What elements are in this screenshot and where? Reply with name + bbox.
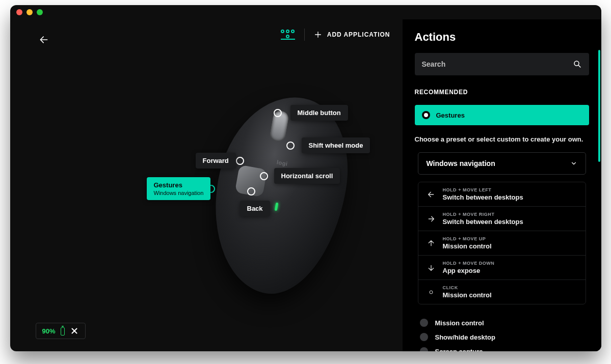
scrollbar[interactable] <box>598 50 600 162</box>
top-toolbar: ADD APPLICATION <box>281 29 390 41</box>
gesture-direction: HOLD + MOVE UP <box>443 236 492 241</box>
annotation-horizontal-scroll[interactable]: Horizontal scroll <box>274 168 340 184</box>
app-window: ADD APPLICATION logi <box>10 5 601 351</box>
chevron-down-icon <box>570 160 577 167</box>
gesture-direction: HOLD + MOVE DOWN <box>443 261 495 266</box>
annotation-label: Shift wheel mode <box>309 142 363 149</box>
connection-icon <box>70 326 79 335</box>
gesture-direction: HOLD + MOVE RIGHT <box>443 212 523 217</box>
battery-level: 90% <box>42 327 56 335</box>
gesture-action: Switch between desktops <box>443 218 523 226</box>
svg-point-1 <box>430 291 433 294</box>
marker-horizontal-scroll[interactable] <box>260 172 268 180</box>
action-search[interactable] <box>415 53 589 75</box>
gesture-action: Mission control <box>443 242 492 250</box>
action-option[interactable]: Mission control <box>415 316 589 330</box>
search-input[interactable] <box>422 60 568 68</box>
applications-grid-icon[interactable] <box>281 30 295 40</box>
actions-panel: Actions RECOMMENDED Gestures Choose a pr… <box>403 19 601 351</box>
plus-icon <box>314 31 322 39</box>
content-area: ADD APPLICATION logi <box>10 19 601 351</box>
back-button[interactable] <box>36 32 52 48</box>
annotation-shift-wheel[interactable]: Shift wheel mode <box>302 137 370 153</box>
gestures-header[interactable]: Gestures <box>415 105 589 125</box>
radio-off-icon <box>420 319 428 327</box>
toolbar-divider <box>304 29 305 41</box>
battery-icon <box>60 326 66 335</box>
annotation-label: Middle button <box>298 109 341 117</box>
annotation-label: Back <box>247 205 263 212</box>
marker-middle-button[interactable] <box>274 109 282 117</box>
gestures-header-label: Gestures <box>436 111 465 119</box>
radio-on-icon <box>422 111 430 119</box>
click-icon <box>427 288 436 297</box>
gesture-action: Switch between desktops <box>443 193 523 201</box>
gesture-list: HOLD + MOVE LEFT Switch between desktops… <box>418 182 586 304</box>
other-actions-list: Mission control Show/hide desktop Screen… <box>415 316 589 351</box>
mouse-image: logi <box>217 96 344 294</box>
gesture-action: App expose <box>443 267 495 274</box>
gesture-row[interactable]: HOLD + MOVE UP Mission control <box>418 231 586 256</box>
add-application-label: ADD APPLICATION <box>327 31 390 38</box>
add-application-button[interactable]: ADD APPLICATION <box>314 31 390 39</box>
recommended-label: RECOMMENDED <box>415 89 589 96</box>
marker-back[interactable] <box>247 187 255 195</box>
annotation-gestures[interactable]: Gestures Windows navigation <box>147 177 211 200</box>
maximize-window-button[interactable] <box>37 9 43 15</box>
minimize-window-button[interactable] <box>26 9 33 15</box>
annotation-label: Gestures <box>154 181 182 189</box>
gesture-row[interactable]: HOLD + MOVE RIGHT Switch between desktop… <box>418 207 586 231</box>
battery-status[interactable]: 90% <box>36 323 86 339</box>
svg-point-0 <box>574 61 579 66</box>
device-view: ADD APPLICATION logi <box>10 19 403 351</box>
radio-off-icon <box>420 347 428 351</box>
gesture-direction: CLICK <box>443 285 492 290</box>
gesture-action: Mission control <box>443 291 492 299</box>
panel-title: Actions <box>415 31 589 44</box>
gestures-hint: Choose a preset or select custom to crea… <box>415 135 589 143</box>
marker-forward[interactable] <box>236 157 244 165</box>
arrow-right-icon <box>427 214 436 223</box>
window-titlebar <box>10 5 601 19</box>
annotation-label: Forward <box>203 157 229 164</box>
mouse-stage: logi Middle button Shift wheel mode <box>31 70 403 351</box>
arrow-up-icon <box>427 239 436 248</box>
radio-off-icon <box>420 333 428 341</box>
action-option-label: Screen capture <box>435 348 483 352</box>
marker-shift-wheel[interactable] <box>286 142 295 150</box>
annotation-forward[interactable]: Forward <box>196 153 236 169</box>
gesture-row[interactable]: HOLD + MOVE DOWN App expose <box>418 256 586 280</box>
preset-selected: Windows navigation <box>427 159 495 167</box>
arrow-left-icon <box>39 35 49 45</box>
action-option[interactable]: Screen capture <box>415 344 589 351</box>
annotation-label: Horizontal scroll <box>281 172 333 180</box>
gesture-row[interactable]: HOLD + MOVE LEFT Switch between desktops <box>418 182 586 207</box>
action-option-label: Show/hide desktop <box>435 333 495 341</box>
action-option[interactable]: Show/hide desktop <box>415 330 589 344</box>
annotation-middle-button[interactable]: Middle button <box>290 105 348 121</box>
annotation-sublabel: Windows navigation <box>154 190 204 196</box>
search-icon <box>573 60 582 69</box>
gesture-direction: HOLD + MOVE LEFT <box>443 187 523 192</box>
arrow-left-icon <box>427 190 436 199</box>
close-window-button[interactable] <box>16 9 22 15</box>
gesture-row[interactable]: CLICK Mission control <box>418 280 586 304</box>
annotation-back[interactable]: Back <box>240 201 270 216</box>
action-option-label: Mission control <box>435 319 484 327</box>
arrow-down-icon <box>427 263 436 272</box>
preset-dropdown[interactable]: Windows navigation <box>418 152 586 175</box>
gestures-body: Choose a preset or select custom to crea… <box>415 125 589 351</box>
